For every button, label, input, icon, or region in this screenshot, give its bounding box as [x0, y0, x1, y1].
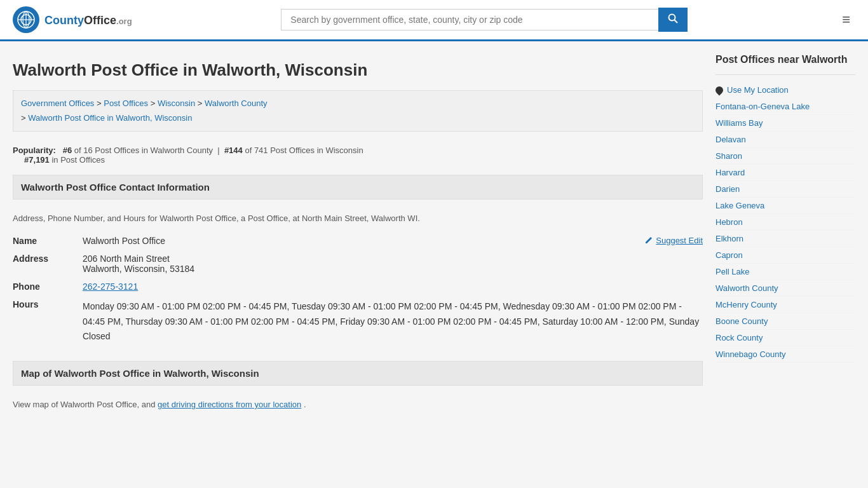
- name-row: Name Walworth Post Office Suggest Edit: [13, 232, 703, 250]
- sidebar-link[interactable]: Hebron: [715, 214, 855, 231]
- location-pin-icon: [714, 85, 725, 95]
- sidebar-link[interactable]: Sharon: [715, 148, 855, 165]
- breadcrumb-link-gov[interactable]: Government Offices: [21, 98, 94, 108]
- sidebar-link[interactable]: Pell Lake: [715, 264, 855, 280]
- sidebar-header: Post Offices near Walworth: [715, 54, 855, 75]
- logo-area: CountyOffice.org: [13, 6, 132, 33]
- sidebar-link[interactable]: Rock County: [715, 330, 855, 346]
- hours-row: Hours Monday 09:30 AM - 01:00 PM 02:00 P…: [13, 295, 703, 348]
- sidebar-link[interactable]: Williams Bay: [715, 115, 855, 132]
- name-value: Walworth Post Office Suggest Edit: [83, 232, 703, 250]
- contact-table: Name Walworth Post Office Suggest Edit A…: [13, 232, 703, 348]
- sidebar-link[interactable]: Elkhorn: [715, 231, 855, 247]
- suggest-edit-link[interactable]: Suggest Edit: [656, 236, 703, 245]
- map-section: Map of Walworth Post Office in Walworth,…: [13, 361, 703, 418]
- map-description: View map of Walworth Post Office, and ge…: [13, 393, 703, 418]
- contact-section: Walworth Post Office Contact Information…: [13, 175, 703, 348]
- contact-description: Address, Phone Number, and Hours for Wal…: [13, 207, 703, 232]
- suggest-edit-icon: [644, 236, 653, 245]
- sidebar-link[interactable]: Harvard: [715, 165, 855, 181]
- driving-directions-link[interactable]: get driving directions from your locatio…: [158, 400, 301, 409]
- page-title-area: Walworth Post Office in Walworth, Wiscon…: [13, 54, 703, 90]
- breadcrumb-link-current[interactable]: Walworth Post Office in Walworth, Wiscon…: [28, 113, 192, 123]
- hours-value: Monday 09:30 AM - 01:00 PM 02:00 PM - 04…: [83, 295, 703, 348]
- breadcrumb-link-state[interactable]: Wisconsin: [158, 98, 195, 108]
- popularity-rank2: #144: [224, 146, 243, 155]
- logo-icon: [13, 6, 39, 33]
- breadcrumb-sep-3: >: [198, 98, 205, 108]
- popularity-text3: in Post Offices: [51, 155, 105, 165]
- sidebar-link[interactable]: Delavan: [715, 132, 855, 148]
- search-input[interactable]: [281, 9, 658, 30]
- map-section-header: Map of Walworth Post Office in Walworth,…: [13, 361, 703, 386]
- popularity-rank3: #7,191: [24, 155, 50, 165]
- breadcrumb-sep-4: >: [21, 113, 28, 123]
- hours-label: Hours: [13, 295, 83, 348]
- use-my-location-link[interactable]: Use My Location: [715, 81, 855, 98]
- header: CountyOffice.org ≡: [0, 0, 868, 41]
- main-container: Walworth Post Office in Walworth, Wiscon…: [0, 41, 868, 431]
- logo-text: CountyOffice.org: [44, 13, 132, 27]
- breadcrumb-link-post[interactable]: Post Offices: [104, 98, 148, 108]
- breadcrumb-link-county[interactable]: Walworth County: [205, 98, 268, 108]
- address-label: Address: [13, 250, 83, 278]
- breadcrumb-sep-1: >: [97, 98, 104, 108]
- phone-row: Phone 262-275-3121: [13, 278, 703, 295]
- sidebar-link[interactable]: Lake Geneva: [715, 198, 855, 214]
- address-row: Address 206 North Main Street Walworth, …: [13, 250, 703, 278]
- breadcrumb-sep-2: >: [151, 98, 158, 108]
- popularity-text2: of 741 Post Offices in Wisconsin: [245, 146, 363, 155]
- search-area: [281, 8, 688, 32]
- sidebar-link[interactable]: McHenry County: [715, 297, 855, 313]
- sidebar-link[interactable]: Walworth County: [715, 280, 855, 297]
- name-label: Name: [13, 232, 83, 250]
- popularity-text1: of 16 Post Offices in Walworth County: [74, 146, 213, 155]
- sidebar-link[interactable]: Capron: [715, 247, 855, 264]
- popularity-label: Popularity:: [13, 146, 56, 155]
- page-title: Walworth Post Office in Walworth, Wiscon…: [13, 60, 703, 80]
- phone-label: Phone: [13, 278, 83, 295]
- sidebar-link[interactable]: Boone County: [715, 313, 855, 330]
- address-value: 206 North Main Street Walworth, Wisconsi…: [83, 250, 703, 278]
- popularity-area: Popularity: #6 of 16 Post Offices in Wal…: [13, 140, 703, 175]
- svg-point-5: [669, 15, 675, 21]
- content-wrapper: Walworth Post Office in Walworth, Wiscon…: [13, 54, 703, 418]
- svg-line-6: [675, 20, 678, 24]
- phone-link[interactable]: 262-275-3121: [83, 281, 138, 292]
- sidebar-link[interactable]: Darien: [715, 181, 855, 198]
- sidebar-link[interactable]: Winnebago County: [715, 346, 855, 363]
- popularity-rank1: #6: [63, 146, 72, 155]
- contact-section-header: Walworth Post Office Contact Information: [13, 175, 703, 200]
- breadcrumb: Government Offices > Post Offices > Wisc…: [13, 90, 703, 132]
- sidebar-links: Fontana-on-Geneva LakeWilliams BayDelava…: [715, 98, 855, 363]
- search-button[interactable]: [658, 8, 688, 32]
- sidebar-link[interactable]: Fontana-on-Geneva Lake: [715, 98, 855, 115]
- sidebar: Post Offices near Walworth Use My Locati…: [715, 54, 855, 418]
- menu-button[interactable]: ≡: [837, 9, 855, 30]
- phone-value: 262-275-3121: [83, 278, 703, 295]
